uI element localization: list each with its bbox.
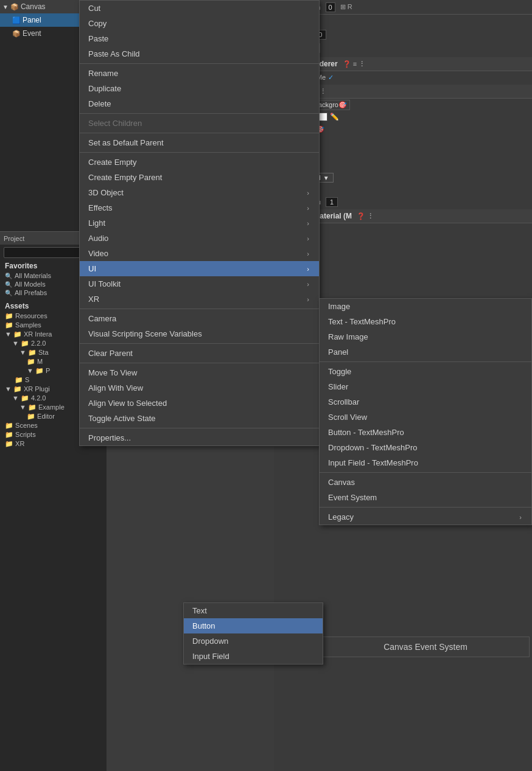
bottom-val: 0 — [326, 2, 335, 12]
ui-scrollbar-label: Scrollbar — [328, 397, 359, 406]
ui-submenu-button-tmp[interactable]: Button - TextMeshPro — [320, 425, 531, 440]
legacy-inputfield-label: Input Field — [192, 652, 229, 661]
transparent-check: ✓ — [328, 74, 334, 82]
menu-align-with-view[interactable]: Align With View — [80, 380, 319, 396]
ui-arrow: › — [307, 265, 309, 273]
canvas-renderer-icons: ❓ ≡ ⋮ — [343, 60, 366, 68]
ui-submenu-canvas[interactable]: Canvas — [320, 475, 531, 490]
ui-submenu-dropdown-tmp[interactable]: Dropdown - TextMeshPro — [320, 440, 531, 455]
move-to-view-label: Move To View — [88, 368, 137, 377]
menu-select-children[interactable]: Select Children — [80, 116, 319, 131]
ui-submenu-panel[interactable]: Panel — [320, 344, 531, 360]
ui-image-label: Image — [328, 302, 350, 311]
menu-xr[interactable]: XR › — [80, 291, 319, 307]
menu-audio[interactable]: Audio › — [80, 231, 319, 246]
effects-label: Effects — [88, 203, 113, 212]
visual-scripting-label: Visual Scripting Scene Variables — [88, 329, 202, 338]
ui-submenu-slider[interactable]: Slider — [320, 379, 531, 394]
menu-rename[interactable]: Rename — [80, 66, 319, 81]
ui-sep-1 — [320, 361, 531, 362]
menu-video[interactable]: Video › — [80, 246, 319, 261]
context-menu: Cut Copy Paste Paste As Child Rename Dup… — [79, 0, 320, 446]
ui-submenu: Image Text - TextMeshPro Raw Image Panel… — [319, 298, 532, 525]
video-arrow: › — [307, 250, 309, 257]
canvas-event-system-panel: Canvas Event System — [321, 637, 530, 657]
default-ui-icons: ❓ ⋮ — [357, 212, 374, 220]
duplicate-label: Duplicate — [88, 84, 121, 93]
menu-create-empty[interactable]: Create Empty — [80, 155, 319, 170]
panel-icon: 🟦 — [12, 16, 21, 24]
ui-submenu-textmeshpro[interactable]: Text - TextMeshPro — [320, 314, 531, 329]
ui-dropdown-tmp-label: Dropdown - TextMeshPro — [328, 443, 417, 452]
3d-object-arrow: › — [307, 189, 309, 197]
menu-align-view-to-selected[interactable]: Align View to Selected — [80, 396, 319, 411]
menu-paste-as-child[interactable]: Paste As Child — [80, 46, 319, 61]
menu-duplicate[interactable]: Duplicate — [80, 81, 319, 96]
legacy-button-label: Button — [192, 621, 215, 630]
ui-inputfield-tmp-label: Input Field - TextMeshPro — [328, 458, 418, 467]
light-arrow: › — [307, 220, 309, 227]
ui-scrollview-label: Scroll View — [328, 413, 367, 422]
canvas-icon: 📦 — [10, 3, 19, 11]
effects-arrow: › — [307, 204, 309, 212]
menu-properties[interactable]: Properties... — [80, 430, 319, 445]
menu-light[interactable]: Light › — [80, 215, 319, 231]
menu-paste[interactable]: Paste — [80, 31, 319, 46]
legacy-button[interactable]: Button — [184, 618, 323, 633]
ui-submenu-eventsystem[interactable]: Event System — [320, 490, 531, 505]
menu-toggle-active[interactable]: Toggle Active State — [80, 411, 319, 426]
separator-4 — [80, 152, 319, 153]
ui-label: UI — [88, 264, 96, 273]
menu-camera[interactable]: Camera — [80, 311, 319, 326]
separator-7 — [80, 363, 319, 363]
legacy-text[interactable]: Text — [184, 603, 323, 618]
audio-arrow: › — [307, 235, 309, 242]
xr-label: XR — [88, 295, 99, 304]
menu-ui-toolkit[interactable]: UI Toolkit › — [80, 276, 319, 291]
create-empty-label: Create Empty — [88, 158, 136, 167]
color-picker-icon[interactable]: ✏️ — [330, 113, 339, 121]
menu-delete[interactable]: Delete — [80, 96, 319, 111]
camera-label: Camera — [88, 314, 116, 323]
ui-toolkit-arrow: › — [307, 281, 309, 288]
legacy-inputfield[interactable]: Input Field — [184, 649, 323, 664]
video-label: Video — [88, 249, 108, 258]
project-title: Project — [4, 235, 24, 242]
menu-move-to-view[interactable]: Move To View — [80, 365, 319, 380]
canvas-arrow-icon: ▼ — [2, 4, 9, 10]
ui-button-tmp-label: Button - TextMeshPro — [328, 428, 404, 437]
ui-submenu-image[interactable]: Image — [320, 299, 531, 314]
rename-label: Rename — [88, 69, 118, 78]
ui-submenu-scrollbar[interactable]: Scrollbar — [320, 394, 531, 410]
legacy-dropdown[interactable]: Dropdown — [184, 633, 323, 649]
separator-3 — [80, 133, 319, 133]
properties-label: Properties... — [88, 433, 131, 442]
menu-set-default-parent[interactable]: Set as Default Parent — [80, 135, 319, 150]
ui-sep-3 — [320, 507, 531, 508]
event-label: Event — [23, 29, 41, 38]
legacy-text-label: Text — [192, 606, 207, 615]
menu-copy[interactable]: Copy — [80, 16, 319, 31]
menu-cut[interactable]: Cut — [80, 1, 319, 16]
menu-3d-object[interactable]: 3D Object › — [80, 185, 319, 200]
menu-clear-parent[interactable]: Clear Parent — [80, 346, 319, 361]
ui-submenu-toggle[interactable]: Toggle — [320, 364, 531, 379]
legacy-dropdown-label: Dropdown — [192, 637, 228, 646]
search-icon-2: 🔍 — [5, 281, 12, 288]
audio-label: Audio — [88, 234, 108, 243]
align-view-to-selected-label: Align View to Selected — [88, 399, 167, 408]
pixels-val: 1 — [326, 197, 338, 207]
canvas-event-system-label: Canvas Event System — [383, 642, 467, 652]
canvas-label: Canvas — [21, 2, 46, 11]
menu-create-empty-parent[interactable]: Create Empty Parent — [80, 170, 319, 185]
ui-submenu-scrollview[interactable]: Scroll View — [320, 410, 531, 425]
ui-submenu-inputfield-tmp[interactable]: Input Field - TextMeshPro — [320, 455, 531, 470]
ui-submenu-rawimage[interactable]: Raw Image — [320, 329, 531, 344]
menu-ui[interactable]: UI › — [80, 261, 319, 276]
menu-effects[interactable]: Effects › — [80, 200, 319, 215]
light-label: Light — [88, 218, 105, 228]
set-default-parent-label: Set as Default Parent — [88, 138, 164, 147]
ui-submenu-legacy[interactable]: Legacy › — [320, 509, 531, 525]
align-with-view-label: Align With View — [88, 383, 143, 392]
menu-visual-scripting[interactable]: Visual Scripting Scene Variables — [80, 326, 319, 341]
